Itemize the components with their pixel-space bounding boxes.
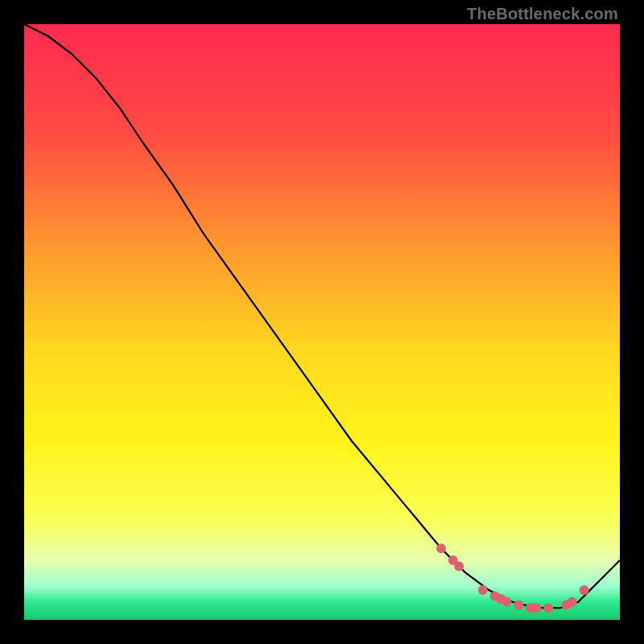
marker-dot [568, 597, 577, 607]
marker-dot [502, 597, 511, 607]
marker-dot [531, 603, 541, 613]
curve-path [24, 24, 620, 608]
plot-area [24, 24, 620, 620]
watermark-text: TheBottleneck.com [467, 5, 618, 23]
marker-dot [436, 543, 446, 553]
marker-dot [478, 585, 488, 595]
marker-dot [514, 601, 523, 610]
chart-frame: TheBottleneck.com [0, 0, 644, 644]
marker-dot [454, 561, 464, 571]
bottleneck-curve [24, 24, 620, 620]
marker-dot [580, 585, 589, 595]
marker-dot [543, 603, 553, 613]
